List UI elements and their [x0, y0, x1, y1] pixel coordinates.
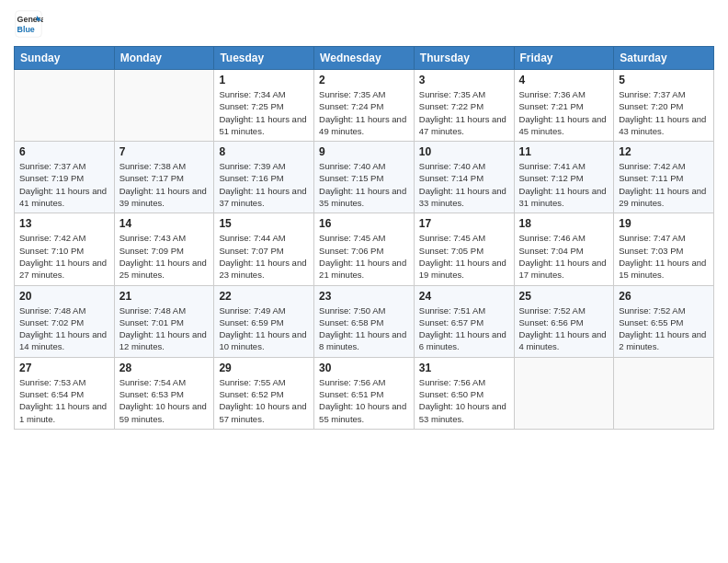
calendar-week-row: 20Sunrise: 7:48 AM Sunset: 7:02 PM Dayli…	[15, 285, 714, 357]
day-number: 5	[619, 74, 709, 86]
day-info: Sunrise: 7:45 AM Sunset: 7:06 PM Dayligh…	[319, 232, 409, 281]
calendar-week-row: 27Sunrise: 7:53 AM Sunset: 6:54 PM Dayli…	[15, 357, 714, 429]
calendar-cell: 6Sunrise: 7:37 AM Sunset: 7:19 PM Daylig…	[15, 142, 115, 213]
calendar-cell: 19Sunrise: 7:47 AM Sunset: 7:03 PM Dayli…	[614, 213, 714, 285]
day-info: Sunrise: 7:40 AM Sunset: 7:15 PM Dayligh…	[319, 160, 409, 209]
day-info: Sunrise: 7:42 AM Sunset: 7:11 PM Dayligh…	[619, 160, 709, 209]
day-info: Sunrise: 7:48 AM Sunset: 7:02 PM Dayligh…	[19, 304, 109, 353]
calendar-cell: 1Sunrise: 7:34 AM Sunset: 7:25 PM Daylig…	[214, 70, 314, 142]
day-number: 19	[619, 217, 709, 230]
calendar-cell: 30Sunrise: 7:56 AM Sunset: 6:51 PM Dayli…	[314, 357, 415, 429]
day-number: 10	[419, 145, 509, 158]
day-info: Sunrise: 7:36 AM Sunset: 7:21 PM Dayligh…	[519, 88, 609, 137]
day-header-tuesday: Tuesday	[214, 47, 314, 70]
day-info: Sunrise: 7:40 AM Sunset: 7:14 PM Dayligh…	[419, 160, 509, 209]
day-info: Sunrise: 7:48 AM Sunset: 7:01 PM Dayligh…	[119, 304, 210, 353]
day-number: 7	[119, 145, 210, 158]
day-info: Sunrise: 7:46 AM Sunset: 7:04 PM Dayligh…	[519, 232, 609, 281]
calendar-cell: 27Sunrise: 7:53 AM Sunset: 6:54 PM Dayli…	[15, 357, 115, 429]
day-number: 27	[19, 362, 109, 374]
day-number: 2	[319, 74, 409, 86]
calendar-week-row: 13Sunrise: 7:42 AM Sunset: 7:10 PM Dayli…	[15, 213, 714, 285]
calendar-cell: 11Sunrise: 7:41 AM Sunset: 7:12 PM Dayli…	[514, 142, 614, 213]
day-number: 6	[19, 145, 109, 158]
day-number: 23	[319, 290, 409, 303]
calendar-week-row: 6Sunrise: 7:37 AM Sunset: 7:19 PM Daylig…	[15, 142, 714, 213]
calendar-cell: 4Sunrise: 7:36 AM Sunset: 7:21 PM Daylig…	[514, 70, 614, 142]
day-number: 30	[319, 362, 409, 374]
day-info: Sunrise: 7:50 AM Sunset: 6:58 PM Dayligh…	[319, 304, 409, 353]
calendar-cell: 16Sunrise: 7:45 AM Sunset: 7:06 PM Dayli…	[314, 213, 415, 285]
calendar-cell: 31Sunrise: 7:56 AM Sunset: 6:50 PM Dayli…	[414, 357, 514, 429]
calendar-cell	[114, 70, 214, 142]
day-info: Sunrise: 7:56 AM Sunset: 6:50 PM Dayligh…	[419, 376, 509, 425]
calendar-cell: 7Sunrise: 7:38 AM Sunset: 7:17 PM Daylig…	[114, 142, 214, 213]
calendar-cell	[514, 357, 614, 429]
day-number: 12	[619, 145, 709, 158]
day-number: 13	[19, 217, 109, 230]
day-info: Sunrise: 7:53 AM Sunset: 6:54 PM Dayligh…	[19, 376, 109, 425]
day-info: Sunrise: 7:52 AM Sunset: 6:56 PM Dayligh…	[519, 304, 609, 353]
day-info: Sunrise: 7:51 AM Sunset: 6:57 PM Dayligh…	[419, 304, 509, 353]
calendar-cell: 3Sunrise: 7:35 AM Sunset: 7:22 PM Daylig…	[414, 70, 514, 142]
day-number: 8	[219, 145, 309, 158]
day-info: Sunrise: 7:35 AM Sunset: 7:22 PM Dayligh…	[419, 88, 509, 137]
logo: General Blue	[14, 9, 49, 39]
calendar-cell: 20Sunrise: 7:48 AM Sunset: 7:02 PM Dayli…	[15, 285, 115, 357]
calendar-cell: 12Sunrise: 7:42 AM Sunset: 7:11 PM Dayli…	[614, 142, 714, 213]
calendar-cell	[15, 70, 115, 142]
day-number: 3	[419, 74, 509, 86]
day-info: Sunrise: 7:56 AM Sunset: 6:51 PM Dayligh…	[319, 376, 409, 425]
logo-icon: General Blue	[14, 9, 43, 39]
day-number: 14	[119, 217, 210, 230]
day-header-saturday: Saturday	[614, 47, 714, 70]
calendar-cell: 15Sunrise: 7:44 AM Sunset: 7:07 PM Dayli…	[214, 213, 314, 285]
calendar-cell: 18Sunrise: 7:46 AM Sunset: 7:04 PM Dayli…	[514, 213, 614, 285]
day-info: Sunrise: 7:37 AM Sunset: 7:19 PM Dayligh…	[19, 160, 109, 209]
day-number: 11	[519, 145, 609, 158]
calendar-cell: 5Sunrise: 7:37 AM Sunset: 7:20 PM Daylig…	[614, 70, 714, 142]
calendar-cell: 14Sunrise: 7:43 AM Sunset: 7:09 PM Dayli…	[114, 213, 214, 285]
day-info: Sunrise: 7:37 AM Sunset: 7:20 PM Dayligh…	[619, 88, 709, 137]
day-number: 20	[19, 290, 109, 303]
day-info: Sunrise: 7:38 AM Sunset: 7:17 PM Dayligh…	[119, 160, 210, 209]
day-header-wednesday: Wednesday	[314, 47, 415, 70]
calendar-week-row: 1Sunrise: 7:34 AM Sunset: 7:25 PM Daylig…	[15, 70, 714, 142]
calendar-cell: 13Sunrise: 7:42 AM Sunset: 7:10 PM Dayli…	[15, 213, 115, 285]
day-header-friday: Friday	[514, 47, 614, 70]
calendar-cell: 26Sunrise: 7:52 AM Sunset: 6:55 PM Dayli…	[614, 285, 714, 357]
day-number: 22	[219, 290, 309, 303]
day-info: Sunrise: 7:43 AM Sunset: 7:09 PM Dayligh…	[119, 232, 210, 281]
day-number: 21	[119, 290, 210, 303]
day-number: 16	[319, 217, 409, 230]
calendar-cell: 17Sunrise: 7:45 AM Sunset: 7:05 PM Dayli…	[414, 213, 514, 285]
calendar-cell: 9Sunrise: 7:40 AM Sunset: 7:15 PM Daylig…	[314, 142, 415, 213]
day-info: Sunrise: 7:34 AM Sunset: 7:25 PM Dayligh…	[219, 88, 309, 137]
day-number: 24	[419, 290, 509, 303]
day-info: Sunrise: 7:39 AM Sunset: 7:16 PM Dayligh…	[219, 160, 309, 209]
calendar-cell: 21Sunrise: 7:48 AM Sunset: 7:01 PM Dayli…	[114, 285, 214, 357]
day-number: 25	[519, 290, 609, 303]
day-header-thursday: Thursday	[414, 47, 514, 70]
calendar-cell: 22Sunrise: 7:49 AM Sunset: 6:59 PM Dayli…	[214, 285, 314, 357]
day-number: 1	[219, 74, 309, 86]
day-number: 4	[519, 74, 609, 86]
calendar-cell: 8Sunrise: 7:39 AM Sunset: 7:16 PM Daylig…	[214, 142, 314, 213]
calendar-cell: 2Sunrise: 7:35 AM Sunset: 7:24 PM Daylig…	[314, 70, 415, 142]
calendar-cell: 25Sunrise: 7:52 AM Sunset: 6:56 PM Dayli…	[514, 285, 614, 357]
day-info: Sunrise: 7:49 AM Sunset: 6:59 PM Dayligh…	[219, 304, 309, 353]
day-number: 15	[219, 217, 309, 230]
day-number: 26	[619, 290, 709, 303]
day-number: 28	[119, 362, 210, 374]
calendar-cell: 23Sunrise: 7:50 AM Sunset: 6:58 PM Dayli…	[314, 285, 415, 357]
day-number: 9	[319, 145, 409, 158]
day-header-sunday: Sunday	[15, 47, 115, 70]
day-info: Sunrise: 7:35 AM Sunset: 7:24 PM Dayligh…	[319, 88, 409, 137]
calendar-cell: 10Sunrise: 7:40 AM Sunset: 7:14 PM Dayli…	[414, 142, 514, 213]
day-info: Sunrise: 7:54 AM Sunset: 6:53 PM Dayligh…	[119, 376, 210, 425]
day-info: Sunrise: 7:55 AM Sunset: 6:52 PM Dayligh…	[219, 376, 309, 425]
day-info: Sunrise: 7:44 AM Sunset: 7:07 PM Dayligh…	[219, 232, 309, 281]
header: General Blue	[14, 9, 714, 39]
day-info: Sunrise: 7:42 AM Sunset: 7:10 PM Dayligh…	[19, 232, 109, 281]
day-header-monday: Monday	[114, 47, 214, 70]
